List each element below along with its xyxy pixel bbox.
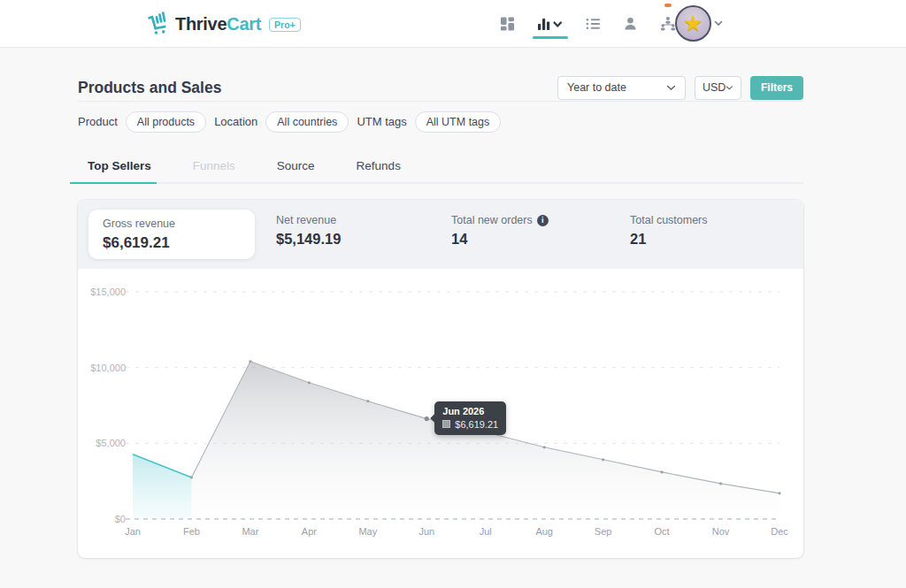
svg-text:Sep: Sep [595,526,612,537]
page-title: Products and Sales [78,79,221,97]
user-avatar[interactable]: ★ [675,5,711,42]
product-filter-label: Product [78,115,118,128]
filters-button[interactable]: Filters [750,76,803,100]
svg-text:$0: $0 [115,514,126,524]
svg-text:$5,000: $5,000 [96,438,126,448]
svg-text:$10,000: $10,000 [90,363,126,373]
account-chevron-down-icon [714,20,723,27]
location-filter-label: Location [214,115,257,128]
tab-funnels[interactable]: Funnels [184,151,244,182]
top-header: ThriveCart Pro+ [0,0,906,48]
main-nav [498,0,678,48]
stat-label: Net revenue [276,214,341,226]
pro-plus-badge: Pro+ [269,18,301,32]
title-controls: Year to date USD Filters [557,76,803,100]
revenue-chart[interactable]: $0$5,000$10,000$15,000JanFebMarAprMayJun… [78,269,803,558]
filter-bar: Product All products Location All countr… [78,110,803,134]
tooltip-value: $6,619.21 [455,419,498,430]
tab-refunds[interactable]: Refunds [348,151,410,182]
info-icon[interactable]: i [537,215,549,226]
svg-text:$15,000: $15,000 [90,286,126,297]
nav-list-icon[interactable] [584,0,603,48]
stat-value: $6,619.21 [103,234,241,252]
sales-report-card: Gross revenue $6,619.21 Net revenue $5,1… [78,200,803,558]
svg-text:Dec: Dec [771,526,788,537]
chart-tooltip: Jun 2026 $6,619.21 [434,401,506,435]
tab-source[interactable]: Source [268,151,324,182]
main-content: Products and Sales Year to date USD Filt… [78,48,803,558]
nav-customers-icon[interactable] [621,0,640,48]
product-filter-chip[interactable]: All products [126,111,206,133]
star-avatar-icon: ★ [683,11,703,34]
svg-text:Jan: Jan [125,526,141,537]
chevron-down-icon [666,85,676,91]
divider [78,101,803,102]
nav-dashboard-icon[interactable] [498,0,517,48]
nav-reports-icon[interactable] [535,0,565,48]
svg-text:Oct: Oct [655,526,670,537]
tooltip-series-swatch [442,420,450,428]
stat-value: 21 [630,231,708,248]
svg-text:Nov: Nov [712,526,730,537]
utm-filter-label: UTM tags [357,115,406,128]
stat-value: 14 [451,231,549,248]
svg-text:May: May [358,526,377,537]
cart-logo-icon [146,11,169,38]
tooltip-title: Jun 2026 [442,406,498,416]
location-filter-chip[interactable]: All countries [265,111,349,133]
stat-value: $5,149.19 [276,231,341,248]
stat-gross-revenue[interactable]: Gross revenue $6,619.21 [88,210,255,259]
stats-band: Gross revenue $6,619.21 Net revenue $5,1… [78,200,803,269]
brand-name: ThriveCart [175,14,261,34]
stat-total-new-orders[interactable]: Total new ordersi 14 [451,214,549,248]
currency-value: USD [703,81,726,94]
tab-top-sellers[interactable]: Top Sellers [79,151,160,182]
svg-text:Mar: Mar [242,526,258,537]
stat-label: Total new orders [451,214,533,226]
stat-label: Gross revenue [103,218,241,230]
notification-dot [664,4,672,7]
date-range-select[interactable]: Year to date [557,76,686,100]
title-row: Products and Sales Year to date USD Filt… [78,48,803,101]
report-tabs: Top Sellers Funnels Source Refunds [78,151,803,184]
svg-text:Jun: Jun [418,526,434,537]
currency-select[interactable]: USD [695,76,741,100]
chevron-down-icon [726,85,733,91]
svg-text:Jul: Jul [480,526,492,537]
account-menu[interactable]: ★ [675,5,723,42]
svg-text:Aug: Aug [535,526,553,537]
svg-text:Apr: Apr [302,526,317,537]
svg-text:Feb: Feb [183,526,200,537]
stat-net-revenue[interactable]: Net revenue $5,149.19 [276,214,341,248]
stat-label: Total customers [630,214,708,226]
date-range-value: Year to date [567,81,626,94]
stat-total-customers[interactable]: Total customers 21 [630,214,708,248]
thrivecart-logo[interactable]: ThriveCart Pro+ [146,11,301,38]
utm-filter-chip[interactable]: All UTM tags [415,111,502,133]
